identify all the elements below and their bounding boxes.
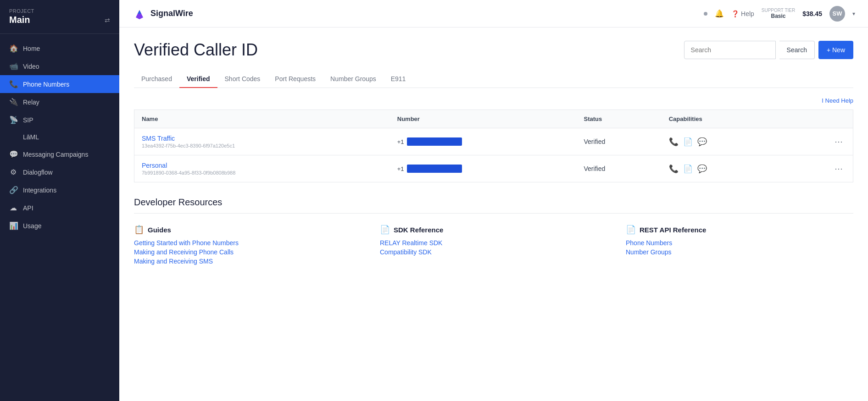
tab-port-requests[interactable]: Port Requests [267, 71, 323, 88]
entry-name-0[interactable]: SMS Traffic [142, 135, 383, 142]
need-help-link[interactable]: I Need Help [134, 97, 853, 104]
resource-link[interactable]: Getting Started with Phone Numbers [134, 239, 362, 247]
search-button[interactable]: Search [779, 41, 815, 59]
col-status: Status [577, 110, 662, 128]
page-title: Verified Caller ID [134, 40, 258, 60]
dev-resources-title: Developer Resources [134, 197, 853, 208]
messaging-campaigns-icon: 💬 [9, 150, 17, 159]
sidebar-item-label: Usage [23, 222, 41, 230]
cell-status-1: Verified [577, 155, 662, 182]
resource-col-sdk: 📄 SDK Reference RELAY Realtime SDKCompat… [380, 225, 607, 267]
fax-capability-icon-1: 📄 [683, 164, 693, 174]
topbar: SignalWire 🔔 ❓ Help SUPPORT TIER Basic $… [119, 0, 868, 27]
sidebar-item-label: Home [23, 45, 40, 52]
table-header-row: Name Number Status Capabilities [134, 110, 853, 128]
search-input[interactable] [684, 41, 776, 59]
sidebar-item-label: LāML [23, 133, 39, 141]
tab-e911[interactable]: E911 [384, 71, 413, 88]
resource-link[interactable]: Making and Receiving Phone Calls [134, 248, 362, 256]
guides-icon: 📋 [134, 225, 144, 235]
table-row: SMS Traffic 13ea4392-f75b-4ec3-8390-6f97… [134, 128, 853, 155]
account-balance: $38.45 [802, 10, 822, 17]
resource-col-label-guides: Guides [148, 226, 171, 234]
sidebar-item-label: Phone Numbers [23, 81, 69, 88]
resource-link[interactable]: Making and Receiving SMS [134, 258, 362, 265]
dialogflow-icon: ⚙ [9, 168, 17, 176]
phone-capability-icon-1: 📞 [669, 164, 679, 174]
user-menu-chevron[interactable]: ▾ [852, 11, 855, 17]
cell-number-0: +1 [390, 128, 577, 155]
sidebar-item-dialogflow[interactable]: ⚙Dialogflow [0, 163, 119, 181]
verified-callerid-table: Name Number Status Capabilities SMS Traf… [134, 110, 853, 182]
topbar-right: 🔔 ❓ Help SUPPORT TIER Basic $38.45 SW ▾ [704, 6, 855, 22]
sidebar-project-name-row: Main ⇄ [9, 15, 110, 25]
cell-number-1: +1 [390, 155, 577, 182]
cell-capabilities-1: 📞 📄 💬 [662, 155, 786, 182]
sidebar: Project Main ⇄ 🏠Home📹Video📞Phone Numbers… [0, 0, 119, 401]
sms-capability-icon-1: 💬 [697, 164, 707, 174]
capabilities-0: 📞 📄 💬 [669, 137, 779, 147]
entry-name-1[interactable]: Personal [142, 162, 383, 169]
bell-icon[interactable]: 🔔 [715, 9, 724, 18]
new-button[interactable]: + New [818, 41, 853, 59]
number-cell-1: +1 [397, 165, 569, 173]
sidebar-item-phone-numbers[interactable]: 📞Phone Numbers [0, 75, 119, 93]
tabs: PurchasedVerifiedShort CodesPort Request… [134, 71, 853, 88]
more-actions-button-0[interactable]: ⋯ [832, 136, 846, 148]
table-body: SMS Traffic 13ea4392-f75b-4ec3-8390-6f97… [134, 128, 853, 182]
resource-link[interactable]: RELAY Realtime SDK [380, 239, 607, 247]
sidebar-item-laml[interactable]: LāML [0, 129, 119, 145]
page-content: Verified Caller ID Search + New Purchase… [119, 27, 868, 401]
fax-capability-icon-0: 📄 [683, 137, 693, 147]
sidebar-item-api[interactable]: ☁API [0, 199, 119, 217]
sidebar-item-label: Video [23, 63, 39, 70]
sdk-icon: 📄 [380, 225, 390, 235]
header-actions: Search + New [684, 41, 853, 59]
tab-short-codes[interactable]: Short Codes [217, 71, 268, 88]
tab-purchased[interactable]: Purchased [134, 71, 179, 88]
tab-number-groups[interactable]: Number Groups [323, 71, 384, 88]
sidebar-project-label: Project [9, 8, 110, 14]
support-tier: SUPPORT TIER Basic [762, 8, 795, 19]
sidebar-item-messaging-campaigns[interactable]: 💬Messaging Campaigns [0, 145, 119, 163]
sidebar-item-sip[interactable]: 📡SIP [0, 111, 119, 129]
page-header: Verified Caller ID Search + New [134, 40, 853, 60]
resource-link[interactable]: Compatibility SDK [380, 248, 607, 256]
brand-name: SignalWire [150, 9, 193, 18]
number-redacted-1 [407, 165, 462, 173]
table-row: Personal 7b991890-0368-4a95-8f33-0f9b080… [134, 155, 853, 182]
number-cell-0: +1 [397, 137, 569, 146]
usage-icon: 📊 [9, 221, 17, 230]
svg-marker-2 [136, 14, 143, 19]
user-avatar[interactable]: SW [829, 6, 845, 22]
relay-icon: 🔌 [9, 98, 17, 106]
sip-icon: 📡 [9, 115, 17, 124]
sidebar-item-label: Relay [23, 99, 39, 106]
sidebar-item-home[interactable]: 🏠Home [0, 39, 119, 57]
sidebar-item-usage[interactable]: 📊Usage [0, 217, 119, 235]
capabilities-1: 📞 📄 💬 [669, 164, 779, 174]
switch-project-icon[interactable]: ⇄ [105, 16, 110, 24]
sidebar-item-integrations[interactable]: 🔗Integrations [0, 181, 119, 199]
sidebar-item-relay[interactable]: 🔌Relay [0, 93, 119, 111]
home-icon: 🏠 [9, 44, 17, 53]
resource-col-title-rest-api: 📄 REST API Reference [626, 225, 853, 235]
cell-status-0: Verified [577, 128, 662, 155]
col-number: Number [390, 110, 577, 128]
number-prefix-1: +1 [397, 165, 404, 172]
col-actions [785, 110, 853, 128]
cell-name-1: Personal 7b991890-0368-4a95-8f33-0f9b080… [134, 155, 390, 182]
more-actions-button-1[interactable]: ⋯ [832, 163, 846, 175]
tab-verified[interactable]: Verified [179, 71, 217, 88]
resource-link[interactable]: Number Groups [626, 248, 853, 256]
dev-resources-grid: 📋 Guides Getting Started with Phone Numb… [134, 225, 853, 267]
resource-link[interactable]: Phone Numbers [626, 239, 853, 247]
sidebar-project-name: Main [9, 15, 30, 25]
signalwire-logo [132, 6, 147, 21]
cell-actions-1: ⋯ [785, 155, 853, 182]
sms-capability-icon-0: 💬 [697, 137, 707, 147]
help-button[interactable]: ❓ Help [731, 10, 754, 17]
sidebar-header: Project Main ⇄ [0, 0, 119, 34]
sidebar-item-video[interactable]: 📹Video [0, 57, 119, 75]
sidebar-item-label: Messaging Campaigns [23, 151, 88, 158]
